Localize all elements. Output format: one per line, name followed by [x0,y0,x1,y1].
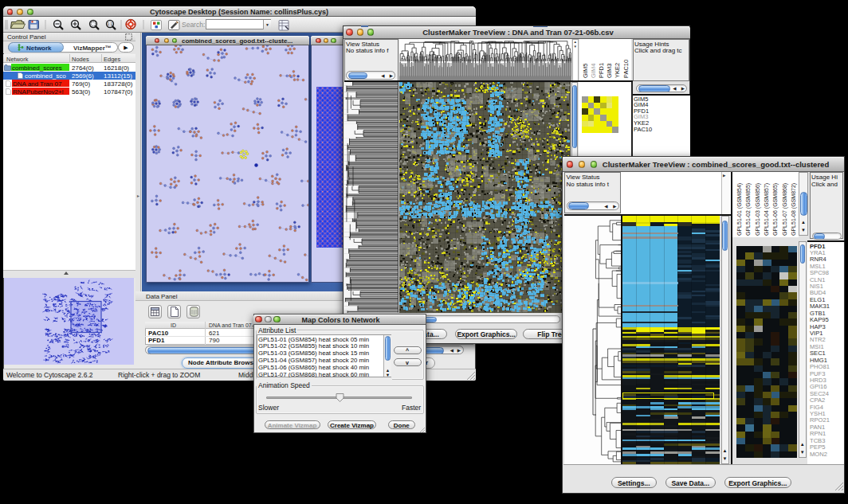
svg-text:1:1: 1:1 [108,22,113,26]
